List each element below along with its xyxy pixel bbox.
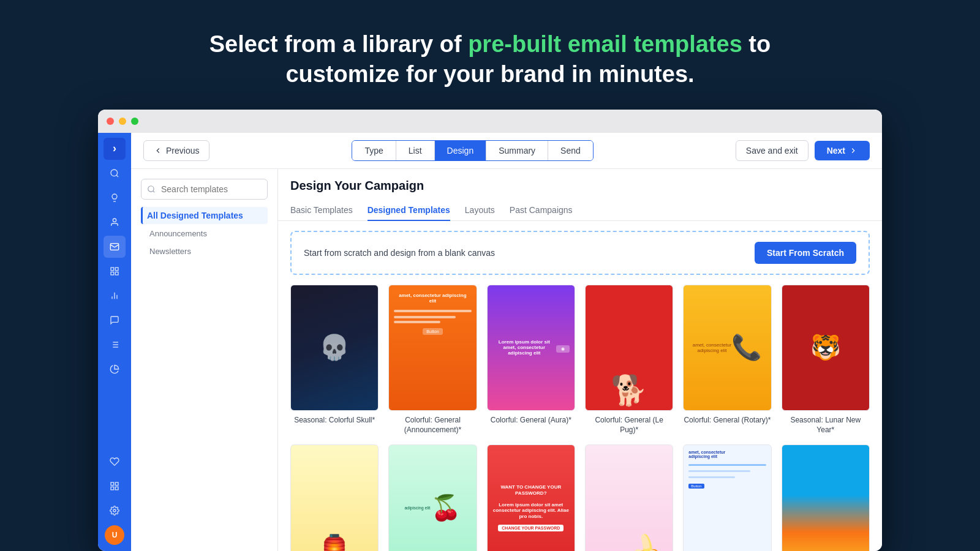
template-card-sunset[interactable]: Seasonal: Sunset*	[782, 444, 870, 551]
template-thumb-skull	[290, 285, 379, 411]
svg-point-0	[111, 170, 118, 176]
step-send-label: Send	[560, 146, 581, 156]
template-thumb-rotary: amet, consecteturadipiscing elit	[683, 285, 771, 411]
app-layout: ›	[98, 133, 882, 551]
template-label-rotary: Colorful: General (Rotary)*	[683, 416, 771, 425]
templates-area: Start from scratch and design from a bla…	[278, 221, 882, 551]
sidebar-icon-apps[interactable]	[104, 475, 126, 497]
step-type-label: Type	[364, 146, 383, 156]
save-exit-button[interactable]: Save and exit	[736, 140, 809, 161]
template-card-skull[interactable]: Seasonal: Colorful Skull*	[290, 285, 379, 435]
search-input-wrap	[141, 179, 268, 200]
browser-maximize-dot[interactable]	[131, 118, 138, 125]
category-announcements[interactable]: Announcements	[141, 225, 268, 242]
sidebar-icon-email[interactable]	[104, 236, 126, 258]
category-all-label: All Designed Templates	[147, 211, 243, 220]
template-label-skull: Seasonal: Colorful Skull*	[290, 416, 379, 425]
browser-minimize-dot[interactable]	[119, 118, 126, 125]
previous-label: Previous	[166, 146, 199, 156]
sidebar-icon-chart[interactable]	[104, 285, 126, 307]
template-card-password[interactable]: WANT TO CHANGE YOUR PASSWORD?Lorem ipsum…	[487, 444, 575, 551]
top-nav: Previous Type List Design Summary	[131, 133, 882, 169]
sidebar-icon-message[interactable]	[104, 309, 126, 331]
sidebar-icon-heart[interactable]	[104, 451, 126, 473]
next-label: Next	[827, 146, 845, 156]
tab-layouts-label: Layouts	[465, 205, 495, 215]
tab-layouts[interactable]: Layouts	[465, 200, 495, 221]
svg-rect-6	[115, 272, 118, 275]
sidebar-icon-pie[interactable]	[104, 358, 126, 380]
sidebar: ›	[98, 133, 131, 551]
svg-rect-17	[115, 482, 118, 485]
sidebar-avatar[interactable]: U	[104, 524, 126, 546]
scratch-text: Start from scratch and design from a bla…	[304, 248, 495, 258]
template-card-blue-text[interactable]: amet, consecteturadipiscing elit Button …	[683, 444, 771, 551]
tabs: Basic Templates Designed Templates Layou…	[290, 200, 870, 220]
sidebar-icon-lightbulb[interactable]	[104, 187, 126, 209]
sidebar-icon-grid[interactable]	[104, 260, 126, 282]
svg-point-21	[148, 186, 154, 192]
wizard-steps: Type List Design Summary Send	[352, 140, 593, 161]
previous-button[interactable]: Previous	[143, 140, 209, 161]
template-card-lunar[interactable]: Seasonal: Lunar New Year*	[782, 285, 870, 435]
svg-rect-5	[111, 272, 114, 275]
scratch-btn-label: Start From Scratch	[767, 248, 844, 258]
browser-window: ›	[98, 110, 882, 551]
left-panel: All Designed Templates Announcements New…	[131, 169, 278, 551]
tab-basic-label: Basic Templates	[290, 205, 353, 215]
sidebar-icon-list[interactable]	[104, 334, 126, 356]
template-card-aura[interactable]: Lorem ipsum dolor sit amet, consectetur …	[487, 285, 575, 435]
tab-past-label: Past Campaigns	[510, 205, 573, 215]
svg-point-20	[113, 509, 116, 512]
svg-point-1	[113, 219, 116, 222]
template-card-banana[interactable]: amet, consecteturadipiscing elit Colorfu…	[585, 444, 673, 551]
hero-highlight: pre-built email templates	[468, 31, 742, 57]
browser-close-dot[interactable]	[107, 118, 114, 125]
sidebar-icon-user[interactable]	[104, 211, 126, 233]
tab-designed[interactable]: Designed Templates	[368, 200, 450, 221]
template-card-rotary[interactable]: amet, consecteturadipiscing elit Colorfu…	[683, 285, 771, 435]
step-list-label: List	[409, 146, 422, 156]
template-label-announcement: Colorful: General (Announcement)*	[388, 416, 477, 435]
template-thumb-chinese	[290, 444, 379, 551]
sidebar-icon-search[interactable]	[104, 162, 126, 184]
step-summary-label: Summary	[499, 146, 535, 156]
sidebar-icon-arrow[interactable]: ›	[104, 138, 126, 160]
tab-past[interactable]: Past Campaigns	[510, 200, 573, 221]
svg-rect-4	[115, 268, 118, 271]
scratch-banner: Start from scratch and design from a bla…	[290, 231, 870, 275]
svg-rect-3	[111, 268, 114, 271]
template-label-lepug: Colorful: General (Le Pug)*	[585, 416, 673, 435]
svg-rect-16	[111, 482, 114, 485]
start-from-scratch-button[interactable]: Start From Scratch	[755, 242, 856, 264]
template-thumb-aura: Lorem ipsum dolor sit amet, consectetur …	[487, 285, 575, 411]
wizard-step-send[interactable]: Send	[548, 141, 593, 160]
next-button[interactable]: Next	[815, 141, 870, 160]
template-card-lepug[interactable]: Colorful: General (Le Pug)*	[585, 285, 673, 435]
wizard-step-design[interactable]: Design	[435, 141, 487, 160]
template-card-chinese[interactable]: Seasonal: Chinese New Year*	[290, 444, 379, 551]
main-content: Previous Type List Design Summary	[131, 133, 882, 551]
search-icon	[147, 185, 156, 193]
category-newsletters[interactable]: Newsletters	[141, 243, 268, 260]
svg-rect-18	[111, 487, 114, 490]
template-thumb-sunset	[782, 444, 870, 551]
tab-designed-label: Designed Templates	[368, 205, 450, 215]
password-thumb-text: WANT TO CHANGE YOUR PASSWORD?Lorem ipsum…	[492, 484, 570, 520]
template-card-announcement[interactable]: amet, consectetur adipiscing elit Button…	[388, 285, 477, 435]
template-label-lunar: Seasonal: Lunar New Year*	[782, 416, 870, 435]
category-all[interactable]: All Designed Templates	[141, 207, 268, 224]
tab-basic[interactable]: Basic Templates	[290, 200, 353, 221]
template-card-cherry[interactable]: adipiscing elit Colorful: General (Cherr…	[388, 444, 477, 551]
template-thumb-blue-text: amet, consecteturadipiscing elit Button	[683, 444, 771, 551]
step-design-label: Design	[447, 146, 474, 156]
wizard-step-list[interactable]: List	[396, 141, 435, 160]
sidebar-icon-settings[interactable]	[104, 500, 126, 522]
template-thumb-cherry: adipiscing elit	[388, 444, 477, 551]
search-input[interactable]	[141, 179, 268, 200]
hero-title: Select from a library of pre-built email…	[209, 29, 771, 90]
template-thumb-lepug	[585, 285, 673, 411]
wizard-step-type[interactable]: Type	[352, 141, 396, 160]
right-content: Design Your Campaign Basic Templates Des…	[278, 169, 882, 551]
wizard-step-summary[interactable]: Summary	[486, 141, 548, 160]
